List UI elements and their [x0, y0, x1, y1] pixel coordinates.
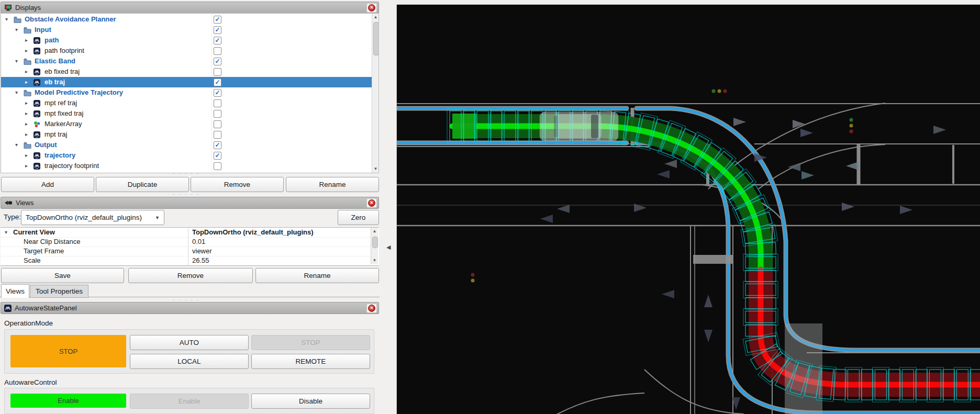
monitor-icon — [4, 4, 12, 11]
rename-display-button[interactable]: Rename — [286, 177, 379, 192]
property-value[interactable]: 0.01 — [192, 237, 205, 247]
scroll-up-icon[interactable]: ▲ — [372, 14, 379, 21]
splitter-handle[interactable]: · · · · · — [173, 171, 200, 176]
visibility-checkbox[interactable] — [214, 99, 221, 107]
visibility-checkbox[interactable]: ✓ — [214, 26, 221, 34]
displays-tree-scrollbar[interactable]: ▲ ▼ — [372, 14, 379, 173]
remove-view-button[interactable]: Remove — [128, 268, 253, 283]
tree-row-obstacle-avoidance-planner[interactable]: ▾Obstacle Avoidance Planner✓ — [1, 14, 378, 25]
chevron-down-icon[interactable]: ▾ — [15, 56, 18, 66]
tree-row-mpt-fixed-traj[interactable]: ▸mpt fixed traj — [1, 108, 378, 119]
property-value[interactable]: viewer — [192, 247, 212, 256]
tree-row-label: mpt fixed traj — [44, 108, 83, 119]
visibility-checkbox[interactable]: ✓ — [214, 16, 221, 24]
visibility-checkbox[interactable]: ✓ — [214, 141, 221, 149]
chevron-right-icon[interactable]: ▸ — [25, 66, 28, 77]
tree-row-model-predictive-trajectory[interactable]: ▾Model Predictive Trajectory✓ — [1, 87, 378, 98]
add-button[interactable]: Add — [1, 177, 94, 192]
visibility-checkbox[interactable] — [214, 131, 221, 139]
visibility-checkbox[interactable]: ✓ — [214, 89, 221, 97]
property-row-current-view[interactable]: ▾Current ViewTopDownOrtho (rviz_default_… — [1, 228, 379, 238]
tree-row-label: mpt ref traj — [44, 98, 77, 108]
tree-row-mpt-traj[interactable]: ▸mpt traj — [1, 129, 378, 140]
chevron-right-icon[interactable]: ▸ — [25, 77, 28, 87]
chevron-right-icon[interactable]: ▸ — [25, 161, 28, 171]
visibility-checkbox[interactable]: ✓ — [214, 152, 221, 160]
tree-row-input[interactable]: ▾Input✓ — [1, 25, 378, 35]
chevron-right-icon[interactable]: ▸ — [25, 129, 28, 140]
tree-row-trajectory-footprint[interactable]: ▸trajectory footprint — [1, 161, 378, 171]
tree-row-markerarray[interactable]: ▸MarkerArray — [1, 119, 378, 129]
tree-row-trajectory[interactable]: ▸trajectory✓ — [1, 150, 378, 161]
visibility-checkbox[interactable]: ✓ — [214, 58, 221, 65]
chevron-down-icon[interactable]: ▾ — [15, 87, 18, 98]
local-button[interactable]: LOCAL — [130, 354, 249, 369]
splitter-handle[interactable]: · · · · · — [173, 192, 200, 197]
enable-button[interactable]: Enable — [130, 394, 249, 409]
collapse-left-icon[interactable]: ◀ — [386, 244, 391, 251]
tab-views[interactable]: Views — [1, 284, 29, 298]
scroll-down-icon[interactable]: ▼ — [372, 165, 379, 173]
displays-tree[interactable]: ▾Obstacle Avoidance Planner✓▾Input✓▸path… — [1, 13, 379, 173]
visibility-checkbox[interactable] — [214, 47, 221, 55]
chevron-right-icon[interactable]: ▸ — [25, 35, 28, 46]
chevron-right-icon[interactable]: ▸ — [25, 98, 28, 108]
tree-row-output[interactable]: ▾Output✓ — [1, 140, 378, 150]
zero-button[interactable]: Zero — [338, 210, 379, 225]
visibility-checkbox[interactable] — [214, 120, 221, 128]
tree-row-path[interactable]: ▸path✓ — [1, 35, 378, 46]
property-row-near-clip-distance[interactable]: Near Clip Distance0.01 — [1, 237, 379, 247]
visibility-checkbox[interactable] — [214, 110, 221, 118]
disable-button[interactable]: Disable — [251, 394, 370, 409]
view-properties-grid[interactable]: ▾Current ViewTopDownOrtho (rviz_default_… — [1, 227, 379, 266]
chevron-down-icon[interactable]: ▾ — [5, 14, 8, 25]
scrollbar-thumb[interactable] — [372, 237, 378, 248]
property-row-target-frame[interactable]: Target Frameviewer — [1, 247, 379, 256]
state-panel-close-button[interactable]: ✕ — [366, 304, 377, 313]
grid-scrollbar[interactable]: ▲ ▼ — [371, 228, 378, 264]
visibility-checkbox[interactable]: ✓ — [214, 37, 221, 44]
tree-row-label: MarkerArray — [44, 119, 82, 129]
tree-row-eb-traj[interactable]: ▸eb traj✓ — [1, 77, 378, 87]
views-close-button[interactable]: ✕ — [366, 198, 377, 208]
scrollbar-thumb[interactable] — [373, 22, 379, 55]
visibility-checkbox[interactable] — [214, 68, 221, 76]
property-row-scale[interactable]: Scale26.55 — [1, 256, 379, 266]
chevron-right-icon[interactable]: ▸ — [25, 150, 28, 161]
building-footprint — [785, 323, 822, 414]
tree-row-label: path — [44, 35, 59, 46]
enable-current-button[interactable]: Enable — [10, 394, 126, 408]
rename-view-button[interactable]: Rename — [255, 268, 379, 283]
chevron-down-icon[interactable]: ▾ — [5, 228, 7, 237]
visibility-checkbox[interactable] — [214, 162, 221, 170]
remove-display-button[interactable]: Remove — [191, 177, 284, 192]
duplicate-button[interactable]: Duplicate — [96, 177, 189, 192]
tree-row-label: trajectory — [44, 150, 75, 161]
chevron-right-icon[interactable]: ▸ — [25, 119, 28, 129]
save-view-button[interactable]: Save — [1, 268, 124, 283]
chevron-right-icon[interactable]: ▸ — [25, 108, 28, 119]
3d-viewport[interactable] — [396, 4, 980, 414]
property-value[interactable]: 26.55 — [192, 256, 209, 265]
scroll-down-icon[interactable]: ▼ — [371, 257, 378, 264]
chevron-down-icon[interactable]: ▾ — [15, 25, 18, 35]
tab-tool-properties[interactable]: Tool Properties — [30, 285, 88, 298]
chevron-right-icon[interactable]: ▸ — [25, 46, 28, 56]
operation-mode-current-stop[interactable]: STOP — [10, 335, 126, 367]
auto-button[interactable]: AUTO — [130, 335, 249, 350]
property-value[interactable]: TopDownOrtho (rviz_default_plugins) — [192, 228, 314, 237]
tree-row-label: trajectory footprint — [44, 161, 99, 171]
tree-row-path-footprint[interactable]: ▸path footprint — [1, 46, 378, 56]
visibility-checkbox[interactable]: ✓ — [214, 79, 221, 86]
tree-row-mpt-ref-traj[interactable]: ▸mpt ref traj — [1, 98, 378, 108]
stop-button[interactable]: STOP — [251, 335, 370, 350]
remote-button[interactable]: REMOTE — [251, 354, 370, 369]
scroll-up-icon[interactable]: ▲ — [371, 228, 378, 235]
tree-row-eb-fixed-traj[interactable]: ▸eb fixed traj — [1, 66, 378, 77]
view-type-select[interactable]: TopDownOrtho (rviz_default_plugins) ▼ — [21, 210, 164, 225]
dock-splitter[interactable] — [380, 0, 396, 414]
displays-close-button[interactable]: ✕ — [366, 3, 377, 13]
chevron-down-icon[interactable]: ▾ — [15, 140, 18, 150]
traffic-light-dot — [723, 89, 727, 93]
tree-row-elastic-band[interactable]: ▾Elastic Band✓ — [1, 56, 378, 66]
